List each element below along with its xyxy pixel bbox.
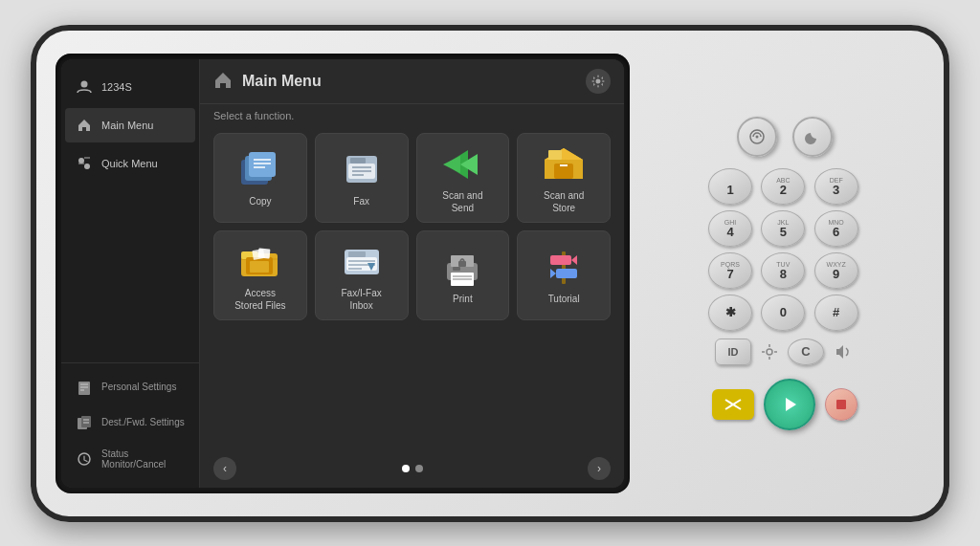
nav-bar: ‹ › bbox=[200, 449, 624, 488]
home-icon bbox=[75, 116, 94, 135]
page-title: Main Menu bbox=[242, 73, 578, 90]
svg-point-1 bbox=[78, 158, 84, 164]
menu-item-access-files[interactable]: AccessStored Files bbox=[213, 230, 307, 320]
main-menu-header-icon bbox=[213, 71, 234, 92]
sidebar-main-menu[interactable]: Main Menu bbox=[65, 108, 195, 142]
menu-item-tutorial[interactable]: Tutorial bbox=[517, 230, 611, 320]
svg-rect-48 bbox=[458, 261, 466, 267]
special-row: ID C bbox=[715, 339, 855, 365]
key-star-num: ✱ bbox=[725, 306, 736, 318]
key-0[interactable]: 0 bbox=[761, 295, 805, 331]
key-9-num: 9 bbox=[833, 268, 839, 280]
menu-item-scan-store[interactable]: Scan andStore bbox=[517, 133, 611, 223]
menu-item-print[interactable]: Print bbox=[416, 230, 510, 320]
prev-arrow[interactable]: ‹ bbox=[213, 457, 236, 480]
volume-button[interactable] bbox=[830, 339, 855, 364]
gear-button[interactable] bbox=[586, 69, 611, 94]
key-8-num: 8 bbox=[780, 268, 787, 280]
key-0-num: 0 bbox=[780, 306, 787, 318]
status-icon bbox=[75, 449, 94, 469]
user-label: 1234S bbox=[101, 81, 132, 93]
moon-button[interactable] bbox=[792, 117, 833, 157]
svg-rect-34 bbox=[257, 248, 270, 258]
key-5[interactable]: JKL 5 bbox=[761, 210, 805, 247]
menu-item-copy[interactable]: Copy bbox=[213, 133, 307, 223]
dot-1[interactable] bbox=[402, 465, 410, 472]
personal-settings-label: Personal Settings bbox=[101, 382, 176, 392]
key-2-num: 2 bbox=[780, 184, 787, 196]
c-button[interactable]: C bbox=[788, 339, 824, 365]
key-hash[interactable]: # bbox=[814, 295, 858, 331]
main-menu-label: Main Menu bbox=[101, 120, 153, 131]
print-icon bbox=[437, 247, 487, 289]
svg-rect-28 bbox=[548, 150, 562, 160]
sidebar-bottom: Personal Settings Dest./Fwd. Settings St… bbox=[61, 362, 199, 478]
menu-item-scan-send[interactable]: Scan andSend bbox=[416, 133, 510, 223]
key-7[interactable]: PQRS 7 bbox=[708, 252, 752, 289]
wifi-button[interactable] bbox=[737, 117, 777, 157]
svg-marker-26 bbox=[443, 156, 460, 173]
main-content: Main Menu Select a function. bbox=[200, 59, 624, 488]
menu-item-fax[interactable]: Fax bbox=[315, 133, 409, 223]
status-monitor[interactable]: Status Monitor/Cancel bbox=[65, 441, 195, 477]
key-6-num: 6 bbox=[833, 226, 839, 238]
quick-menu-icon bbox=[75, 154, 94, 173]
key-1[interactable]: 1 bbox=[708, 168, 752, 205]
copy-icon bbox=[235, 149, 285, 191]
menu-grid-area: Copy bbox=[200, 129, 624, 449]
dest-fwd-settings[interactable]: Dest./Fwd. Settings bbox=[65, 405, 195, 440]
keypad-panel: 1 ABC 2 DEF 3 GHI 4 JKL 5 MNO 6 bbox=[645, 107, 924, 440]
key-2[interactable]: ABC 2 bbox=[761, 168, 805, 205]
svg-rect-14 bbox=[249, 152, 276, 177]
subtitle: Select a function. bbox=[200, 104, 624, 129]
sidebar-quick-menu[interactable]: Quick Menu bbox=[65, 146, 195, 181]
fax-inbox-icon bbox=[337, 241, 387, 283]
print-label: Print bbox=[453, 293, 473, 305]
key-4-num: 4 bbox=[726, 226, 733, 238]
printer-body: 1234S Main Menu Quick Menu bbox=[31, 25, 949, 522]
tutorial-icon bbox=[539, 247, 589, 289]
sidebar-user[interactable]: 1234S bbox=[65, 70, 195, 104]
quick-menu-label: Quick Menu bbox=[101, 158, 158, 169]
stop-button[interactable] bbox=[825, 388, 858, 421]
fax-icon bbox=[337, 149, 387, 191]
id-label: ID bbox=[728, 346, 739, 358]
user-icon bbox=[75, 77, 94, 97]
c-label: C bbox=[801, 344, 810, 359]
key-6[interactable]: MNO 6 bbox=[814, 210, 858, 247]
copy-label: Copy bbox=[249, 195, 271, 207]
next-arrow[interactable]: › bbox=[588, 457, 611, 480]
screen: 1234S Main Menu Quick Menu bbox=[61, 59, 624, 488]
clear-button[interactable] bbox=[712, 389, 754, 420]
svg-point-55 bbox=[756, 135, 759, 138]
key-3-num: 3 bbox=[833, 184, 839, 196]
svg-point-56 bbox=[767, 349, 772, 355]
tutorial-label: Tutorial bbox=[548, 293, 580, 305]
keypad-grid: 1 ABC 2 DEF 3 GHI 4 JKL 5 MNO 6 bbox=[708, 168, 861, 331]
svg-rect-32 bbox=[250, 261, 269, 273]
dot-2[interactable] bbox=[415, 465, 423, 472]
nav-dots bbox=[402, 465, 423, 472]
key-hash-num: # bbox=[833, 306, 839, 318]
brightness-button[interactable] bbox=[757, 339, 782, 364]
scan-send-label: Scan andSend bbox=[442, 189, 482, 214]
fax-label: Fax bbox=[353, 195, 369, 207]
key-9[interactable]: WXYZ 9 bbox=[814, 252, 858, 289]
dest-fwd-label: Dest./Fwd. Settings bbox=[101, 417, 185, 427]
screen-container: 1234S Main Menu Quick Menu bbox=[56, 54, 630, 493]
svg-point-2 bbox=[84, 164, 90, 169]
scan-send-icon bbox=[437, 143, 487, 186]
key-7-num: 7 bbox=[726, 268, 733, 280]
scan-store-icon bbox=[539, 143, 589, 186]
scan-store-label: Scan andStore bbox=[544, 189, 584, 214]
start-button[interactable] bbox=[764, 379, 815, 430]
key-1-num: 1 bbox=[726, 184, 733, 196]
key-star[interactable]: ✱ bbox=[708, 295, 752, 331]
key-3[interactable]: DEF 3 bbox=[814, 168, 858, 205]
dest-fwd-icon bbox=[75, 413, 94, 432]
key-8[interactable]: TUV 8 bbox=[761, 252, 805, 289]
personal-settings[interactable]: Personal Settings bbox=[65, 370, 195, 404]
id-button[interactable]: ID bbox=[715, 339, 751, 365]
key-4[interactable]: GHI 4 bbox=[708, 210, 752, 247]
menu-item-fax-inbox[interactable]: Fax/I-FaxInbox bbox=[315, 230, 409, 320]
